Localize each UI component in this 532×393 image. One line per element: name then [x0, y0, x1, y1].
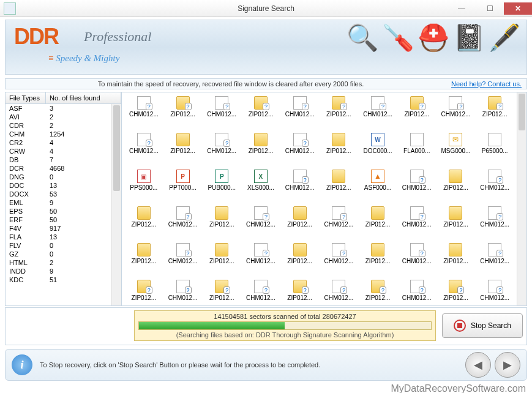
file-item[interactable]: MSG000...	[436, 133, 476, 167]
filetype-row[interactable]: EML9	[6, 198, 111, 207]
filetype-row[interactable]: DOC13	[6, 181, 111, 190]
stop-search-button[interactable]: Stop Search	[442, 313, 523, 338]
file-item[interactable]: ZIP012...	[124, 206, 163, 241]
next-button[interactable]: ▶	[495, 352, 520, 378]
help-link[interactable]: Need help? Contact us.	[451, 80, 522, 88]
file-item[interactable]: ZIP012...	[320, 170, 359, 204]
file-label: XLS000...	[247, 184, 274, 191]
filetype-row[interactable]: GZ0	[6, 250, 111, 258]
filetype-row[interactable]: CR24	[6, 138, 111, 147]
file-item[interactable]: P65000...	[475, 133, 514, 167]
filetypes-scrollbar[interactable]	[111, 104, 121, 305]
file-item[interactable]: CHM012...	[124, 96, 163, 130]
file-item[interactable]: ZIP012...	[124, 280, 163, 305]
file-item[interactable]: CHM012...	[397, 243, 436, 277]
filetype-row[interactable]: DCR4668	[6, 164, 111, 173]
file-item[interactable]: ZIP012...	[397, 96, 436, 130]
watermark: MyDataRecoverySoftware.com	[0, 383, 526, 393]
filetype-row[interactable]: ERF50	[6, 215, 111, 224]
filetype-row[interactable]: CHM1254	[6, 130, 111, 138]
file-item[interactable]: CHM012...	[241, 206, 280, 241]
file-item[interactable]: CHM012...	[280, 96, 320, 130]
file-item[interactable]: CHM012...	[202, 96, 241, 130]
file-item[interactable]: CHM012...	[320, 206, 359, 241]
file-item[interactable]: ZIP012...	[436, 170, 476, 204]
file-item[interactable]: CHM012...	[163, 243, 203, 277]
file-item[interactable]: CHM012...	[475, 243, 514, 277]
filetype-row[interactable]: INDD9	[6, 267, 111, 275]
file-item[interactable]: CHM012...	[280, 133, 320, 167]
file-item[interactable]: CHM012...	[475, 170, 514, 204]
minimize-button[interactable]: —	[448, 2, 476, 15]
filetype-row[interactable]: F4V917	[6, 224, 111, 233]
file-types-body[interactable]: ASF3AVI2CDR2CHM1254CR24CRW4DB7DCR4668DNG…	[6, 104, 111, 305]
file-item[interactable]: FLA000...	[397, 133, 436, 167]
file-item[interactable]: ZIP012...	[202, 280, 241, 305]
filetype-row[interactable]: DNG0	[6, 173, 111, 181]
file-item[interactable]: CHM012...	[124, 133, 163, 167]
file-item[interactable]: CHM012...	[436, 96, 476, 130]
file-item[interactable]: ZIP012...	[202, 206, 241, 241]
filetypes-col-count[interactable]: No. of files found	[46, 92, 121, 103]
file-item[interactable]: ZIP012...	[436, 206, 476, 241]
file-item[interactable]: CHM012...	[280, 170, 320, 204]
file-item[interactable]: CHM012...	[163, 280, 203, 305]
file-item[interactable]: ZIP012...	[202, 243, 241, 277]
close-button[interactable]: ✕	[504, 2, 532, 15]
file-item[interactable]: XLS000...	[241, 170, 280, 204]
file-item[interactable]: ZIP012...	[358, 206, 397, 241]
file-item[interactable]: ZIP012...	[163, 96, 203, 130]
file-item[interactable]: ZIP012...	[163, 133, 203, 167]
files-scroll-thumb[interactable]	[519, 94, 525, 130]
filetype-row[interactable]: HTML2	[6, 258, 111, 267]
file-item[interactable]: PPS000...	[124, 170, 163, 204]
file-item[interactable]: ZIP012...	[280, 206, 320, 241]
files-grid[interactable]: CHM012...ZIP012...CHM012...ZIP012...CHM0…	[122, 92, 517, 305]
file-item[interactable]: PUB000...	[202, 170, 241, 204]
filetype-row[interactable]: ASF3	[6, 104, 111, 113]
filetype-row[interactable]: CDR2	[6, 121, 111, 130]
file-item[interactable]: ZIP012...	[320, 96, 359, 130]
file-item[interactable]: DOC000...	[358, 133, 397, 167]
file-item[interactable]: CHM012...	[358, 96, 397, 130]
filetype-cell-count: 2	[46, 113, 111, 121]
pageq-icon	[371, 96, 384, 110]
file-item[interactable]: CHM012...	[241, 243, 280, 277]
file-item[interactable]: ASF000...	[358, 170, 397, 204]
file-item[interactable]: ZIP012...	[358, 243, 397, 277]
filetype-row[interactable]: AVI2	[6, 113, 111, 121]
file-item[interactable]: CHM012...	[397, 206, 436, 241]
filetypes-scroll-thumb[interactable]	[113, 105, 120, 191]
file-item[interactable]: CHM012...	[397, 280, 436, 305]
filetype-row[interactable]: EPS50	[6, 207, 111, 215]
filetype-row[interactable]: CRW4	[6, 147, 111, 155]
file-item[interactable]: ZIP012...	[280, 280, 320, 305]
filetype-row[interactable]: FLA13	[6, 233, 111, 241]
filetype-row[interactable]: KDC51	[6, 275, 111, 284]
files-scrollbar[interactable]	[517, 92, 526, 305]
file-item[interactable]: CHM012...	[475, 206, 514, 241]
filetype-row[interactable]: FLV0	[6, 241, 111, 250]
file-item[interactable]: CHM012...	[320, 243, 359, 277]
file-item[interactable]: CHM012...	[320, 280, 359, 305]
file-item[interactable]: CHM012...	[163, 206, 203, 241]
prev-button[interactable]: ◀	[465, 352, 491, 378]
file-item[interactable]: CHM012...	[241, 280, 280, 305]
file-item[interactable]: ZIP012...	[358, 280, 397, 305]
filetype-row[interactable]: DOCX53	[6, 190, 111, 198]
file-item[interactable]: ZIP012...	[475, 96, 514, 130]
file-item[interactable]: CHM012...	[475, 280, 514, 305]
file-item[interactable]: ZIP012...	[241, 133, 280, 167]
filetypes-col-type[interactable]: File Types	[6, 92, 46, 103]
maximize-button[interactable]: ☐	[476, 2, 504, 15]
file-item[interactable]: CHM012...	[397, 170, 436, 204]
file-item[interactable]: ZIP012...	[124, 243, 163, 277]
file-item[interactable]: CHM012...	[202, 133, 241, 167]
file-item[interactable]: ZIP012...	[241, 96, 280, 130]
file-item[interactable]: ZIP012...	[436, 243, 476, 277]
file-item[interactable]: ZIP012...	[280, 243, 320, 277]
file-item[interactable]: ZIP012...	[320, 133, 359, 167]
file-item[interactable]: ZIP012...	[436, 280, 476, 305]
filetype-row[interactable]: DB7	[6, 155, 111, 164]
file-item[interactable]: PPT000...	[163, 170, 203, 204]
